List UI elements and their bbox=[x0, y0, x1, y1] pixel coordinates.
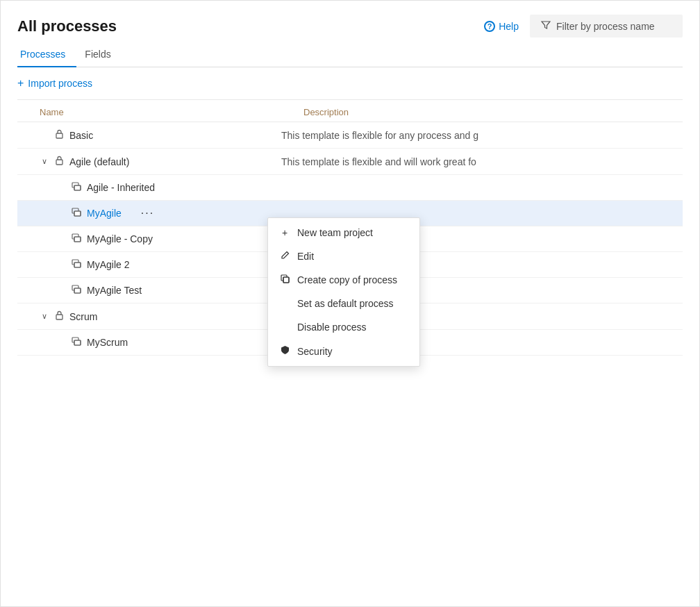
process-name[interactable]: Basic bbox=[69, 130, 93, 141]
filter-placeholder: Filter by process name bbox=[556, 21, 655, 32]
process-name-cell: MyAgile ··· bbox=[17, 208, 281, 219]
help-link[interactable]: ? Help bbox=[484, 21, 519, 32]
process-name-cell: Agile - Inherited bbox=[17, 182, 281, 193]
menu-item-edit[interactable]: Edit bbox=[268, 244, 419, 268]
menu-item-label: Disable process bbox=[297, 322, 367, 333]
process-description: This template is flexible and will work … bbox=[281, 156, 683, 167]
page-title: All processes bbox=[17, 17, 117, 35]
import-label: Import process bbox=[28, 78, 92, 89]
menu-item-label: Set as default process bbox=[297, 298, 394, 309]
filter-icon bbox=[541, 20, 551, 32]
process-name[interactable]: MyAgile 2 bbox=[87, 259, 129, 270]
help-circle-icon: ? bbox=[484, 21, 495, 32]
process-list: Basic This template is flexible for any … bbox=[17, 122, 683, 356]
menu-item-create-copy[interactable]: Create copy of process bbox=[268, 268, 419, 292]
table-header: Name Description bbox=[17, 100, 683, 122]
inherited-icon bbox=[72, 259, 81, 270]
col-header-description: Description bbox=[303, 107, 683, 117]
inherited-icon bbox=[72, 233, 81, 244]
chevron-down-icon[interactable]: ∨ bbox=[40, 157, 49, 166]
svg-rect-0 bbox=[56, 133, 62, 138]
inherited-icon bbox=[72, 208, 81, 219]
header-actions: ? Help Filter by process name bbox=[484, 15, 683, 38]
table-row: Agile - Inherited bbox=[17, 175, 683, 201]
svg-rect-18 bbox=[74, 288, 81, 293]
inherited-icon bbox=[72, 182, 81, 193]
svg-rect-1 bbox=[56, 160, 62, 165]
inherited-icon bbox=[72, 285, 81, 296]
process-name[interactable]: Scrum bbox=[69, 311, 97, 322]
menu-item-label: New team project bbox=[297, 227, 373, 238]
svg-rect-9 bbox=[283, 277, 289, 283]
import-process-button[interactable]: + Import process bbox=[17, 77, 92, 90]
svg-rect-3 bbox=[74, 185, 81, 190]
svg-rect-20 bbox=[56, 315, 62, 319]
menu-item-security[interactable]: Security bbox=[268, 339, 419, 363]
plus-icon: + bbox=[279, 227, 290, 238]
tabs-row: Processes Fields bbox=[17, 43, 683, 67]
content-area: + Import process Name Description bbox=[17, 67, 683, 356]
copy-icon bbox=[279, 274, 290, 285]
process-name[interactable]: Agile (default) bbox=[69, 156, 129, 167]
process-name-cell: MyAgile - Copy bbox=[17, 233, 281, 244]
lock-icon bbox=[55, 156, 64, 167]
process-description: This template is flexible for any proces… bbox=[281, 130, 683, 141]
shield-icon bbox=[279, 345, 290, 357]
process-name-cell: MyAgile 2 bbox=[17, 259, 281, 270]
ellipsis-menu-button[interactable]: ··· bbox=[135, 208, 160, 219]
svg-rect-6 bbox=[74, 211, 81, 216]
table-row: ∨ Agile (default) This template is flexi… bbox=[17, 149, 683, 175]
menu-item-label: Edit bbox=[297, 251, 314, 262]
process-name[interactable]: MyAgile Test bbox=[87, 285, 142, 296]
col-header-name: Name bbox=[40, 107, 303, 117]
menu-item-set-default[interactable]: Set as default process bbox=[268, 292, 419, 315]
plus-icon: + bbox=[17, 77, 24, 90]
tab-fields[interactable]: Fields bbox=[82, 43, 122, 67]
process-name[interactable]: MyAgile bbox=[87, 208, 122, 219]
tab-processes[interactable]: Processes bbox=[17, 43, 76, 67]
menu-item-disable[interactable]: Disable process bbox=[268, 315, 419, 339]
process-name-cell: MyAgile Test bbox=[17, 285, 281, 296]
menu-item-label: Security bbox=[297, 346, 333, 357]
process-name[interactable]: Agile - Inherited bbox=[87, 182, 155, 193]
svg-rect-12 bbox=[74, 237, 81, 242]
pencil-icon bbox=[279, 251, 290, 262]
context-menu: + New team project Edit bbox=[267, 217, 420, 367]
menu-item-new-team-project[interactable]: + New team project bbox=[268, 221, 419, 244]
toolbar-row: + Import process bbox=[17, 67, 683, 100]
page-container: All processes ? Help Filter by process n… bbox=[0, 0, 700, 607]
process-name-cell: ∨ Agile (default) bbox=[17, 156, 281, 167]
process-name[interactable]: MyAgile - Copy bbox=[87, 233, 153, 244]
filter-button[interactable]: Filter by process name bbox=[530, 15, 683, 38]
menu-item-label: Create copy of process bbox=[297, 274, 397, 285]
help-label: Help bbox=[499, 21, 519, 32]
process-name-cell: MyScrum bbox=[17, 337, 281, 348]
process-name[interactable]: MyScrum bbox=[87, 337, 128, 348]
inherited-icon bbox=[72, 337, 81, 348]
table-row: Basic This template is flexible for any … bbox=[17, 122, 683, 149]
svg-rect-22 bbox=[74, 340, 81, 345]
lock-icon bbox=[55, 129, 64, 141]
svg-rect-15 bbox=[74, 263, 81, 267]
process-name-cell: Basic bbox=[17, 129, 281, 141]
lock-icon bbox=[55, 310, 64, 322]
header-row: All processes ? Help Filter by process n… bbox=[17, 15, 683, 38]
process-name-cell: ∨ Scrum bbox=[17, 310, 281, 322]
table-row: MyAgile ··· + New team project bbox=[17, 201, 683, 226]
chevron-down-icon[interactable]: ∨ bbox=[40, 312, 49, 321]
